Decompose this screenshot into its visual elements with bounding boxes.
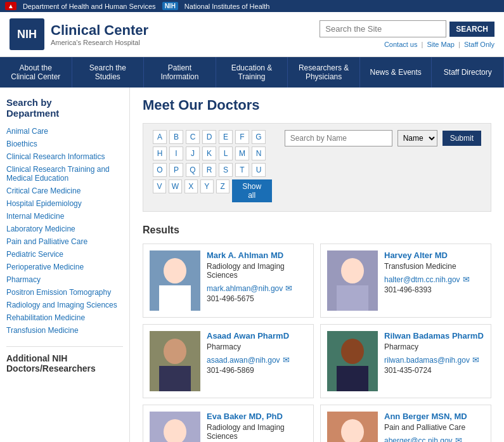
alpha-V[interactable]: V [153,179,166,193]
additional-nih-title: Additional NIHDoctors/Researchers [6,346,123,374]
doctor-email-harvey[interactable]: halter@dtm.cc.nih.gov ✉ [384,275,484,284]
doctor-card-asaad: Asaad Awan PharmD Pharmacy asaad.awan@ni… [143,324,314,398]
sidebar-item-pediatric[interactable]: Pediatric Service [6,248,123,261]
sidebar-item-cri[interactable]: Clinical Research Informatics [6,150,123,163]
sidebar-item-hospital-epi[interactable]: Hospital Epidemiology [6,197,123,210]
doctor-email-mark[interactable]: mark.ahlman@nih.gov ✉ [207,283,307,293]
svg-point-1 [164,258,186,283]
sidebar-item-pet[interactable]: Positron Emission Tomography [6,286,123,299]
alpha-K[interactable]: K [202,146,216,160]
alpha-D[interactable]: D [202,130,216,144]
alpha-Y[interactable]: Y [200,179,214,193]
nav-staff[interactable]: Staff Directory [432,57,504,88]
nav-studies[interactable]: Search theStudies [72,57,145,88]
svg-point-4 [341,258,364,283]
doctor-phone-mark: 301-496-5675 [207,294,307,303]
doctor-phone-rilwan: 301-435-0724 [384,366,484,375]
doctor-email-asaad[interactable]: asaad.awan@nih.gov ✉ [207,355,307,365]
doctor-name-asaad[interactable]: Asaad Awan PharmD [207,331,307,341]
name-search-input[interactable] [285,130,392,146]
nih-text: National Institutes of Health [184,3,270,10]
alpha-E[interactable]: E [219,130,233,144]
top-banner: ▲ Department of Health and Human Service… [0,0,504,12]
nav-patient[interactable]: PatientInformation [144,57,216,88]
alpha-T[interactable]: T [235,163,249,177]
nav-news[interactable]: News & Events [360,57,432,88]
sidebar-item-transfusion[interactable]: Transfusion Medicine [6,324,123,337]
sidebar-item-pain[interactable]: Pain and Palliative Care [6,235,123,248]
sidebar-item-critical[interactable]: Critical Care Medicine [6,185,123,197]
sidebar-item-crte[interactable]: Clinical Research Training and Medical E… [6,163,123,185]
doctor-card-mark: Mark A. Ahlman MD Radiology and ImagingS… [143,244,314,318]
nih-logo-text: NIH [17,28,37,41]
hhs-logo: ▲ [5,2,16,10]
site-search-input[interactable] [320,20,446,37]
alpha-Q[interactable]: Q [186,163,200,177]
doctor-photo-ann [327,412,378,442]
alpha-B[interactable]: B [169,130,183,144]
nav-researchers[interactable]: Researchers &Physicians [288,57,360,88]
sidebar-item-bioethics[interactable]: Bioethics [6,138,123,150]
svg-rect-5 [337,285,368,311]
clinic-main-title: Clinical Center [51,22,148,39]
results-row-2: Asaad Awan PharmD Pharmacy asaad.awan@ni… [143,324,491,398]
contact-link[interactable]: Contact us [384,41,418,48]
alpha-J[interactable]: J [186,146,200,160]
doctor-name-harvey[interactable]: Harvey Alter MD [384,250,484,260]
doctor-email-rilwan[interactable]: rilwan.badamas@nih.gov ✉ [384,355,484,365]
sidebar-item-lab-med[interactable]: Laboratory Medicine [6,223,123,235]
alpha-W[interactable]: W [169,179,182,193]
sidebar-item-pharmacy[interactable]: Pharmacy [6,273,123,286]
sidebar-item-periop[interactable]: Perioperative Medicine [6,261,123,273]
site-map-link[interactable]: Site Map [427,41,454,48]
doctor-photo-asaad [150,331,200,391]
doctor-email-ann[interactable]: aberger@cc.nih.gov ✉ [384,436,484,442]
alpha-row-3: O P Q R S T U [153,163,272,177]
doctor-photo-harvey [327,250,378,311]
alpha-A[interactable]: A [153,130,167,144]
svg-rect-11 [337,366,368,391]
nav-about[interactable]: About theClinical Center [0,57,72,88]
sidebar-item-internal-med[interactable]: Internal Medicine [6,210,123,223]
doctor-name-rilwan[interactable]: Rilwan Badamas PharmD [384,331,484,341]
alpha-P[interactable]: P [169,163,183,177]
alpha-X[interactable]: X [184,179,198,193]
doctor-name-ann[interactable]: Ann Berger MSN, MD [384,412,484,421]
doctor-phone-asaad: 301-496-5869 [207,366,307,375]
email-icon: ✉ [285,283,292,293]
doctor-dept-rilwan: Pharmacy [384,342,484,351]
header-search-area: SEARCH Contact us | Site Map | Staff Onl… [320,20,494,48]
staff-only-link[interactable]: Staff Only [464,41,494,48]
alpha-R[interactable]: R [202,163,216,177]
alpha-G[interactable]: G [252,130,266,144]
search-type-select[interactable]: Name [397,130,437,146]
search-submit-button[interactable]: Submit [443,131,481,146]
header-search-bar: SEARCH [320,20,494,37]
doctor-name-mark[interactable]: Mark A. Ahlman MD [207,250,307,260]
doctor-info-ann: Ann Berger MSN, MD Pain and Palliative C… [384,412,484,442]
alpha-N[interactable]: N [252,146,266,160]
site-search-button[interactable]: SEARCH [449,22,494,37]
alpha-U[interactable]: U [252,163,266,177]
alpha-O[interactable]: O [153,163,167,177]
sidebar-item-rehab[interactable]: Rehabilitation Medicine [6,311,123,324]
nih-logo: NIH [10,18,44,50]
doctor-dept-harvey: Transfusion Medicine [384,262,484,271]
show-all-button[interactable]: Show all [232,179,272,202]
alpha-M[interactable]: M [235,146,249,160]
doctor-name-eva[interactable]: Eva Baker MD, PhD [207,412,307,421]
content-wrapper: Search byDepartment Animal Care Bioethic… [0,88,504,442]
sidebar-item-radiology[interactable]: Radiology and Imaging Sciences [6,299,123,311]
alpha-F[interactable]: F [235,130,249,144]
doctor-dept-eva: Radiology and ImagingSciences [207,423,307,441]
alpha-S[interactable]: S [219,163,233,177]
doctor-card-rilwan: Rilwan Badamas PharmD Pharmacy rilwan.ba… [320,324,491,398]
alpha-L[interactable]: L [219,146,233,160]
sidebar-item-animal-care[interactable]: Animal Care [6,125,123,138]
email-icon-rilwan: ✉ [472,355,479,365]
nav-education[interactable]: Education &Training [216,57,288,88]
alpha-I[interactable]: I [169,146,183,160]
alpha-H[interactable]: H [153,146,167,160]
alpha-Z[interactable]: Z [216,179,229,193]
alpha-C[interactable]: C [186,130,200,144]
